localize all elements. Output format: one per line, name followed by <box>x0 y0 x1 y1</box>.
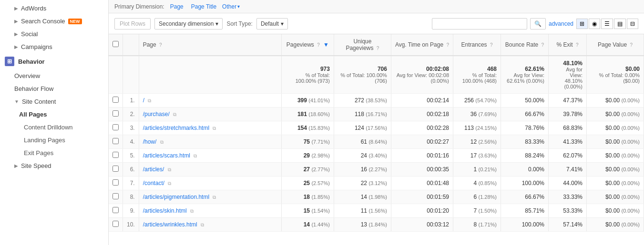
row-checkbox[interactable] <box>109 163 123 176</box>
sidebar-item-landing-pages[interactable]: Landing Pages <box>0 134 108 147</box>
dim-tab-page[interactable]: Page <box>168 2 185 11</box>
page-link[interactable]: /purchase/ <box>143 111 170 118</box>
campaigns-arrow: ▶ <box>14 44 18 49</box>
row-checkbox[interactable] <box>109 204 123 218</box>
row-checkbox[interactable] <box>109 121 123 135</box>
row-value: $0.00 (0.00%) <box>587 163 644 176</box>
sort-type-label: Sort Type: <box>226 20 252 27</box>
row-select-checkbox[interactable] <box>112 166 119 172</box>
page-link[interactable]: /articles/ <box>143 166 164 173</box>
row-upv: 13 (1.84%) <box>334 218 391 232</box>
advanced-link[interactable]: advanced <box>549 20 573 27</box>
row-checkbox[interactable] <box>109 94 123 108</box>
row-select-checkbox[interactable] <box>112 207 119 213</box>
sidebar-item-adwords[interactable]: ▶ AdWords <box>0 2 108 15</box>
view-list-button[interactable]: ☰ <box>601 19 613 29</box>
row-value: $0.00 (0.00%) <box>587 121 644 135</box>
row-page: /articles/wrinkles.html ⧉ <box>139 218 281 232</box>
table-row: 10. /articles/wrinkles.html ⧉ 14 (1.44%)… <box>109 218 644 232</box>
pageviews-sort-icon[interactable]: ▼ <box>323 41 329 48</box>
page-link[interactable]: /how/ <box>143 138 157 145</box>
sidebar-section-behavior[interactable]: Behavior <box>0 53 108 69</box>
row-checkbox[interactable] <box>109 218 123 232</box>
row-pageviews: 15 (1.54%) <box>281 204 334 218</box>
row-select-checkbox[interactable] <box>112 193 119 199</box>
row-select-checkbox[interactable] <box>112 221 119 227</box>
row-select-checkbox[interactable] <box>112 138 119 144</box>
external-link-icon[interactable]: ⧉ <box>190 208 194 214</box>
row-upv: 272 (38.53%) <box>334 94 391 108</box>
row-checkbox[interactable] <box>109 190 123 204</box>
view-table-button[interactable]: ⊞ <box>576 19 588 29</box>
sidebar-item-overview[interactable]: Overview <box>0 69 108 82</box>
page-link[interactable]: /articles/wrinkles.html <box>143 221 197 228</box>
row-value: $0.00 (0.00%) <box>587 204 644 218</box>
sidebar-item-all-pages[interactable]: All Pages <box>0 108 108 121</box>
row-checkbox[interactable] <box>109 135 123 149</box>
row-exit: 47.37% <box>549 94 587 108</box>
secondary-dimension-button[interactable]: Secondary dimension ▾ <box>154 18 223 29</box>
row-select-checkbox[interactable] <box>112 110 119 117</box>
dim-tab-other[interactable]: Other ▾ <box>222 3 240 10</box>
row-num: 7. <box>123 176 139 190</box>
external-link-icon[interactable]: ⧉ <box>168 167 171 172</box>
page-link[interactable]: / <box>143 97 144 104</box>
th-page-label: Page <box>143 41 156 48</box>
row-select-checkbox[interactable] <box>112 124 119 130</box>
row-checkbox[interactable] <box>109 108 123 121</box>
table-row: 8. /articles/pigmentation.html ⧉ 18 (1.8… <box>109 190 644 204</box>
select-all-checkbox[interactable] <box>112 41 119 47</box>
secondary-dim-label: Secondary dimension <box>159 20 214 27</box>
th-entrances: Entrances ? <box>453 34 501 56</box>
table-row: 6. /articles/ ⧉ 27 (2.77%) 16 (2.27%) 00… <box>109 163 644 176</box>
row-bounce: 100.00% <box>501 218 549 232</box>
external-link-icon[interactable]: ⧉ <box>173 112 176 117</box>
table-row: 1. / ⧉ 399 (41.01%) 272 (38.53%) 00:02:1… <box>109 94 644 108</box>
row-upv: 11 (1.56%) <box>334 204 391 218</box>
row-bounce: 88.24% <box>501 149 549 163</box>
page-link[interactable]: /articles/scars.html <box>143 152 190 159</box>
row-select-checkbox[interactable] <box>112 97 119 103</box>
view-pie-button[interactable]: ◉ <box>589 19 600 29</box>
sidebar-item-social[interactable]: ▶ Social <box>0 28 108 40</box>
row-pageviews: 27 (2.77%) <box>281 163 334 176</box>
sidebar-item-search-console[interactable]: ▶ Search Console NEW <box>0 15 108 28</box>
search-input[interactable] <box>432 18 527 29</box>
row-select-checkbox[interactable] <box>112 152 119 158</box>
sidebar-item-campaigns[interactable]: ▶ Campaigns <box>0 40 108 53</box>
summary-bounce-sub: Avg for View: 62.61% (0.00%) <box>505 72 544 84</box>
external-link-icon[interactable]: ⧉ <box>201 222 204 227</box>
row-checkbox[interactable] <box>109 149 123 163</box>
summary-time-value: 00:02:08 <box>426 66 449 72</box>
external-link-icon[interactable]: ⧉ <box>213 195 216 200</box>
sidebar-item-behavior-flow[interactable]: Behavior Flow <box>0 82 108 95</box>
external-link-icon[interactable]: ⧉ <box>160 139 164 145</box>
row-checkbox[interactable] <box>109 176 123 190</box>
external-link-icon[interactable]: ⧉ <box>148 98 151 103</box>
row-select-checkbox[interactable] <box>112 179 119 186</box>
row-pageviews: 14 (1.44%) <box>281 218 334 232</box>
page-link[interactable]: /articles/skin.html <box>143 207 187 214</box>
sidebar-item-site-content[interactable]: ▼ Site Content <box>0 95 108 108</box>
dim-tab-page-title[interactable]: Page Title <box>189 2 218 11</box>
th-time-label: Avg. Time on Page <box>395 41 443 48</box>
external-link-icon[interactable]: ⧉ <box>213 126 216 131</box>
external-link-icon[interactable]: ⧉ <box>194 153 197 158</box>
sort-type-button[interactable]: Default ▾ <box>256 18 288 29</box>
page-link[interactable]: /contact/ <box>143 180 164 186</box>
sidebar-item-content-drilldown[interactable]: Content Drilldown <box>0 121 108 134</box>
row-exit: 57.14% <box>549 218 587 232</box>
page-link[interactable]: /articles/pigmentation.html <box>143 194 209 200</box>
sidebar-item-site-speed[interactable]: ▶ Site Speed <box>0 159 108 172</box>
secondary-dim-chevron: ▾ <box>215 20 218 27</box>
view-grid-button[interactable]: ⊟ <box>627 19 638 29</box>
view-bar-button[interactable]: ▤ <box>614 19 626 29</box>
plot-rows-button[interactable]: Plot Rows <box>114 18 151 29</box>
search-button[interactable]: 🔍 <box>530 18 546 29</box>
row-entrances: 113 (24.15%) <box>453 121 501 135</box>
external-link-icon[interactable]: ⧉ <box>168 181 171 186</box>
row-upv: 22 (3.12%) <box>334 176 391 190</box>
page-link[interactable]: /articles/stretchmarks.html <box>143 125 209 131</box>
sidebar-item-exit-pages[interactable]: Exit Pages <box>0 147 108 159</box>
row-value: $0.00 (0.00%) <box>587 135 644 149</box>
